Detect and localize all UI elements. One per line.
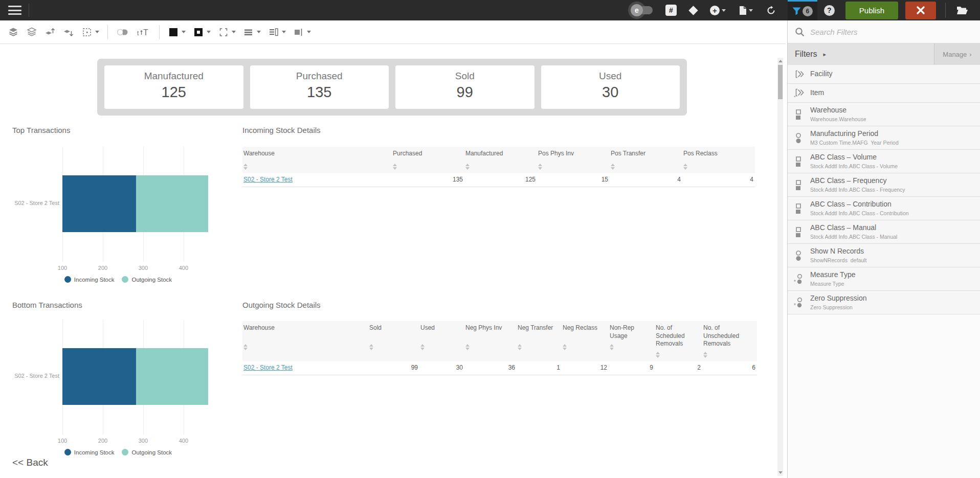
- kpi-card-sold[interactable]: Sold99: [395, 65, 534, 109]
- bring-forward-button[interactable]: [41, 25, 59, 40]
- scrollbar-thumb[interactable]: [778, 65, 783, 99]
- sort-icon[interactable]: [369, 344, 374, 350]
- sort-icon[interactable]: [703, 352, 708, 358]
- sort-icon[interactable]: [243, 164, 248, 170]
- column-header-pos-transfer[interactable]: Pos Transfer: [610, 147, 682, 173]
- text-size-button[interactable]: tT: [133, 25, 154, 40]
- sort-icon[interactable]: [563, 344, 567, 350]
- sort-icon[interactable]: [610, 344, 614, 350]
- sort-icon[interactable]: [243, 344, 248, 350]
- sort-icon[interactable]: [611, 164, 615, 170]
- sort-icon[interactable]: [393, 164, 397, 170]
- sort-icon[interactable]: [420, 344, 425, 350]
- layers-alt-button[interactable]: [23, 25, 41, 40]
- column-header-used[interactable]: Used: [419, 321, 464, 361]
- send-backward-button[interactable]: [59, 25, 78, 40]
- column-header-manufactured[interactable]: Manufactured: [464, 147, 537, 173]
- value-cell: 135: [392, 173, 464, 187]
- column-header-no-of-scheduled-removals[interactable]: No. of Scheduled Removals: [655, 321, 702, 361]
- kpi-card-purchased[interactable]: Purchased135: [250, 65, 389, 109]
- column-header-warehouse[interactable]: Warehouse: [242, 321, 368, 361]
- bar-segment-incoming-stock[interactable]: [62, 175, 136, 232]
- diamond-button[interactable]: [690, 7, 697, 14]
- filter-item-manufacturing-period[interactable]: Manufacturing PeriodM3 Custom Time.MAFG …: [788, 126, 980, 150]
- tick-label: 300: [139, 265, 148, 271]
- distribute-icon: [293, 27, 304, 38]
- close-button[interactable]: [905, 2, 936, 19]
- filter-item-abc-class-volume[interactable]: ABC Class – VolumeStock Addtl Info.ABC C…: [788, 150, 980, 173]
- fill-color-button[interactable]: [164, 25, 189, 40]
- column-header-purchased[interactable]: Purchased: [392, 147, 464, 173]
- account-toggle[interactable]: e: [628, 1, 655, 19]
- chevron-right-icon[interactable]: ▸: [823, 51, 827, 58]
- manage-filters-button[interactable]: Manage ›: [934, 43, 980, 65]
- column-header-pos-phys-inv[interactable]: Pos Phys Inv: [537, 147, 610, 173]
- legend-item-incoming-stock[interactable]: Incoming Stock: [64, 449, 115, 456]
- filter-item-warehouse[interactable]: WarehouseWarehouse.Warehouse: [788, 103, 980, 126]
- filter-item-title: Show N Records: [810, 247, 866, 255]
- align-button[interactable]: [264, 25, 289, 40]
- open-folder-button[interactable]: [956, 6, 968, 15]
- distribute-button[interactable]: [289, 25, 315, 40]
- filter-item-subtitle: Warehouse.Warehouse: [810, 116, 866, 122]
- column-header-non-rep-usage[interactable]: Non-Rep Usage: [609, 321, 655, 361]
- bar-segment-outgoing-stock[interactable]: [136, 348, 208, 405]
- warehouse-link[interactable]: S02 - Store 2 Test: [243, 176, 293, 183]
- scroll-up-icon[interactable]: [778, 60, 783, 62]
- sort-icon[interactable]: [683, 164, 688, 170]
- page-menu-button[interactable]: [739, 6, 753, 15]
- filter-item-zero-suppression[interactable]: *Zero SuppressionZero Suppression: [788, 291, 980, 314]
- legend-item-incoming-stock[interactable]: Incoming Stock: [64, 276, 115, 283]
- sort-up-icon: [563, 344, 567, 347]
- sort-icon[interactable]: [465, 164, 470, 170]
- warehouse-link[interactable]: S02 - Store 2 Test: [243, 364, 293, 371]
- legend-item-outgoing-stock[interactable]: Outgoing Stock: [122, 449, 172, 456]
- search-filters-input[interactable]: [810, 28, 973, 36]
- sort-icon[interactable]: [656, 352, 660, 358]
- filters-panel-toggle[interactable]: 6: [788, 0, 817, 20]
- back-link[interactable]: << Back: [12, 457, 48, 468]
- filter-item-abc-class-manual[interactable]: ABC Class – ManualStock Addtl Info.ABC C…: [788, 220, 980, 244]
- menu-icon[interactable]: [8, 6, 21, 15]
- warehouse-cell: S02 - Store 2 Test: [242, 173, 392, 187]
- kpi-card-manufactured[interactable]: Manufactured125: [104, 65, 243, 109]
- help-button[interactable]: ?: [824, 5, 835, 16]
- filter-item-abc-class-frequency[interactable]: ABC Class – FrequencyStock Addtl Info.AB…: [788, 173, 980, 197]
- shape-overlap-button[interactable]: [113, 25, 133, 40]
- column-header-neg-phys-inv[interactable]: Neg Phys Inv: [464, 321, 517, 361]
- column-header-neg-transfer[interactable]: Neg Transfer: [517, 321, 562, 361]
- grid-layout-button[interactable]: #: [665, 5, 677, 16]
- column-header-neg-reclass[interactable]: Neg Reclass: [562, 321, 609, 361]
- publish-button[interactable]: Publish: [845, 2, 898, 19]
- filter-item-facility[interactable]: Facility: [788, 65, 980, 84]
- outgoing-stock-details-title: Outgoing Stock Details: [242, 301, 321, 309]
- border-color-button[interactable]: [189, 25, 214, 40]
- kpi-strip: Manufactured125Purchased135Sold99Used30: [97, 59, 687, 116]
- bar-segment-incoming-stock[interactable]: [62, 348, 136, 405]
- line-style-button[interactable]: [239, 25, 264, 40]
- sort-up-icon: [243, 344, 248, 347]
- column-header-pos-reclass[interactable]: Pos Reclass: [682, 147, 755, 173]
- filter-item-show-n-records[interactable]: Show N RecordsShowNRecords default: [788, 244, 980, 267]
- kpi-card-used[interactable]: Used30: [541, 65, 680, 109]
- legend-item-outgoing-stock[interactable]: Outgoing Stock: [122, 276, 172, 283]
- column-header-warehouse[interactable]: Warehouse: [242, 147, 392, 173]
- main-scrollbar[interactable]: [777, 58, 783, 476]
- sort-icon[interactable]: [538, 164, 543, 170]
- filter-item-abc-class-contribution[interactable]: ABC Class – ContributionStock Addtl Info…: [788, 197, 980, 220]
- sort-icon[interactable]: [465, 344, 470, 350]
- column-header-sold[interactable]: Sold: [368, 321, 419, 361]
- refresh-button[interactable]: [766, 6, 776, 15]
- sort-icon[interactable]: [518, 344, 522, 350]
- column-header-no-of-unscheduled-removals[interactable]: No. of Unscheduled Removals: [702, 321, 757, 361]
- close-icon: [917, 6, 925, 14]
- selection-style-button[interactable]: [214, 25, 239, 40]
- filter-item-measure-type[interactable]: *Measure TypeMeasure Type: [788, 267, 980, 291]
- filter-item-item[interactable]: *Item: [788, 84, 980, 103]
- kpi-label: Used: [541, 71, 680, 82]
- canvas-size-button[interactable]: [78, 25, 103, 40]
- add-widget-button[interactable]: +: [710, 6, 726, 15]
- layers-button[interactable]: [4, 25, 23, 40]
- scroll-down-icon[interactable]: [778, 471, 783, 474]
- bar-segment-outgoing-stock[interactable]: [136, 175, 208, 232]
